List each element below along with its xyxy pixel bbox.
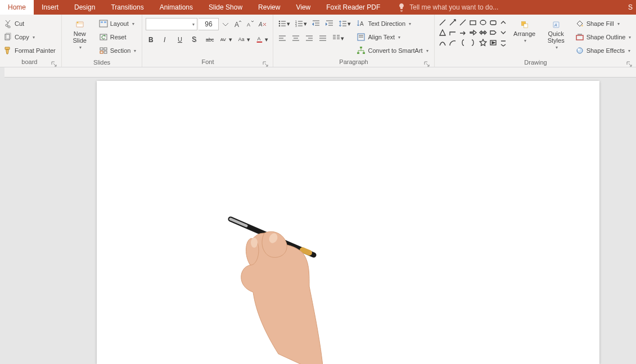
numbering-button[interactable]: 123▾ bbox=[294, 18, 308, 29]
shape-arrow2-icon[interactable] bbox=[458, 28, 467, 37]
layout-button[interactable]: Layout ▾ bbox=[97, 18, 139, 29]
increase-font-button[interactable]: A bbox=[232, 19, 243, 30]
shape-rect-icon[interactable] bbox=[468, 18, 477, 27]
arrange-button[interactable]: Arrange ▾ bbox=[510, 18, 539, 58]
tab-design[interactable]: Design bbox=[66, 0, 103, 15]
shape-action-icon[interactable] bbox=[489, 38, 498, 47]
group-label-clipboard: board bbox=[21, 58, 37, 65]
caret-down-icon: ▾ bbox=[287, 20, 290, 28]
dialog-launcher-icon[interactable] bbox=[51, 61, 57, 66]
bullets-button[interactable]: ▾ bbox=[277, 18, 291, 29]
gallery-up-icon[interactable] bbox=[499, 18, 508, 27]
shape-brace-l-icon[interactable] bbox=[458, 38, 467, 47]
text-direction-label: Text Direction bbox=[368, 20, 405, 27]
dialog-launcher-icon[interactable] bbox=[424, 61, 430, 66]
bold-button[interactable]: B bbox=[146, 34, 157, 45]
increase-indent-button[interactable] bbox=[324, 18, 335, 29]
decrease-indent-button[interactable] bbox=[310, 18, 322, 29]
slide-inserted-image[interactable] bbox=[225, 213, 337, 364]
tab-foxit[interactable]: Foxit Reader PDF bbox=[318, 0, 388, 15]
cut-button[interactable]: Cut bbox=[1, 18, 58, 29]
group-clipboard: Cut Copy ▾ Format Painter board bbox=[0, 15, 62, 67]
shape-triangle-icon[interactable] bbox=[438, 28, 447, 37]
shapes-gallery[interactable] bbox=[438, 18, 508, 47]
shape-line2-icon[interactable] bbox=[458, 18, 467, 27]
tab-slide-show[interactable]: Slide Show bbox=[201, 0, 250, 15]
shadow-button[interactable]: SS bbox=[190, 34, 201, 45]
gallery-down-icon[interactable] bbox=[499, 28, 508, 37]
caret-down-icon: ▾ bbox=[556, 45, 558, 50]
svg-line-74 bbox=[460, 20, 466, 25]
font-size-dropdown[interactable] bbox=[220, 19, 231, 30]
shape-brace-r-icon[interactable] bbox=[468, 38, 477, 47]
svg-point-76 bbox=[480, 20, 486, 25]
svg-rect-8 bbox=[100, 48, 103, 50]
new-slide-button[interactable]: New Slide ▾ bbox=[65, 18, 94, 58]
columns-button[interactable]: ▾ bbox=[331, 33, 345, 44]
dialog-launcher-icon[interactable] bbox=[626, 61, 632, 66]
align-text-icon bbox=[357, 33, 366, 42]
svg-text:I: I bbox=[164, 36, 166, 44]
shape-arc-icon[interactable] bbox=[448, 38, 457, 47]
section-button[interactable]: Section ▾ bbox=[97, 45, 139, 56]
align-right-button[interactable] bbox=[304, 33, 315, 44]
italic-button[interactable]: I bbox=[160, 34, 172, 45]
shape-line-icon[interactable] bbox=[438, 18, 447, 27]
shape-pentagon-icon[interactable] bbox=[489, 28, 498, 37]
align-center-button[interactable] bbox=[290, 33, 301, 44]
arrange-label: Arrange bbox=[513, 30, 535, 37]
shape-roundrect-icon[interactable] bbox=[489, 18, 498, 27]
quick-styles-button[interactable]: A Quick Styles ▾ bbox=[542, 18, 571, 58]
underline-button[interactable]: U bbox=[175, 34, 186, 45]
slide[interactable] bbox=[97, 81, 599, 364]
copy-button[interactable]: Copy ▾ bbox=[1, 31, 58, 43]
group-label-font: Font bbox=[201, 58, 214, 65]
lightbulb-icon bbox=[397, 3, 406, 12]
shape-star-icon[interactable] bbox=[479, 38, 488, 47]
tab-view[interactable]: View bbox=[288, 0, 318, 15]
font-color-button[interactable]: A▾ bbox=[255, 34, 269, 45]
font-name-combo[interactable]: ▾ bbox=[146, 18, 197, 30]
change-case-button[interactable]: Aa▾ bbox=[237, 34, 251, 45]
char-spacing-button[interactable]: AV▾ bbox=[219, 34, 233, 45]
justify-button[interactable] bbox=[317, 33, 328, 44]
tab-transitions[interactable]: Transitions bbox=[103, 0, 151, 15]
cut-label: Cut bbox=[15, 20, 24, 27]
shape-oval-icon[interactable] bbox=[479, 18, 488, 27]
group-label-slides: Slides bbox=[93, 59, 110, 66]
font-size-combo[interactable]: 96 bbox=[199, 18, 219, 30]
tab-review[interactable]: Review bbox=[250, 0, 288, 15]
svg-rect-5 bbox=[101, 21, 103, 23]
svg-text:3: 3 bbox=[295, 24, 297, 28]
shape-effects-button[interactable]: Shape Effects ▾ bbox=[573, 45, 634, 56]
svg-point-85 bbox=[578, 48, 580, 51]
line-spacing-button[interactable]: ▾ bbox=[337, 18, 352, 29]
reset-button[interactable]: Reset bbox=[97, 31, 139, 43]
shape-fill-button[interactable]: Shape Fill ▾ bbox=[573, 18, 634, 29]
align-text-button[interactable]: Align Text ▾ bbox=[354, 31, 430, 43]
tab-home[interactable]: Home bbox=[0, 0, 34, 15]
shape-elbow-icon[interactable] bbox=[448, 28, 457, 37]
dialog-launcher-icon[interactable] bbox=[263, 61, 268, 66]
svg-text:A: A bbox=[258, 21, 263, 28]
gallery-more-icon[interactable] bbox=[499, 38, 508, 47]
caret-down-icon: ▾ bbox=[426, 48, 428, 53]
decrease-font-button[interactable]: A bbox=[245, 19, 256, 30]
caret-down-icon: ▾ bbox=[132, 21, 134, 26]
align-left-button[interactable] bbox=[277, 33, 288, 44]
svg-rect-70 bbox=[357, 52, 359, 54]
reset-icon bbox=[99, 33, 108, 42]
format-painter-button[interactable]: Format Painter bbox=[1, 45, 58, 56]
text-direction-button[interactable]: A Text Direction ▾ bbox=[354, 18, 430, 29]
strikethrough-button[interactable]: abc bbox=[204, 34, 215, 45]
tab-animations[interactable]: Animations bbox=[152, 0, 201, 15]
tell-me-input[interactable] bbox=[409, 3, 533, 11]
shape-doublearrow-icon[interactable] bbox=[479, 28, 488, 37]
convert-smartart-button[interactable]: Convert to SmartArt ▾ bbox=[354, 45, 430, 56]
tab-insert[interactable]: Insert bbox=[34, 0, 66, 15]
shape-outline-button[interactable]: Shape Outline ▾ bbox=[573, 31, 634, 43]
shape-arrow-icon[interactable] bbox=[448, 18, 457, 27]
shape-arrowblock-icon[interactable] bbox=[468, 28, 477, 37]
shape-curve-icon[interactable] bbox=[438, 38, 447, 47]
clear-formatting-button[interactable]: A bbox=[257, 19, 268, 30]
